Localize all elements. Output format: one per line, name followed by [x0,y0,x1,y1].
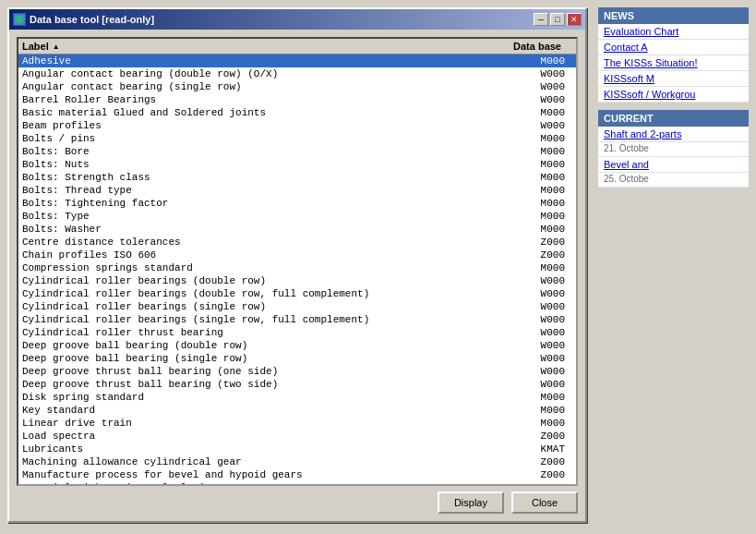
item-label: Beam profiles [22,120,498,131]
news-link[interactable]: KISSsoft M [598,71,749,87]
item-label: Bolts: Washer [22,224,498,235]
list-item[interactable]: Cylindrical roller bearings (double row)… [18,274,576,287]
item-label: Bolts: Bore [22,146,498,157]
display-button[interactable]: Display [438,492,504,514]
list-item[interactable]: Bolts: WasherM000 [18,223,576,236]
item-db: Z000 [498,237,572,248]
item-label: Bolts: Tightening factor [22,198,498,209]
list-item[interactable]: Bolts: BoreM000 [18,145,576,158]
list-item[interactable]: Cylindrical roller bearings (double row,… [18,287,576,300]
item-label: Chain profiles ISO 606 [22,249,498,261]
list-item[interactable]: Barrel Roller BearingsW000 [18,93,576,106]
list-item[interactable]: Load spectraZ000 [18,430,576,443]
list-item[interactable]: Deep groove ball bearing (single row)W00… [18,352,576,365]
list-item[interactable]: Machining allowance cylindrical gearZ000 [18,455,576,468]
item-db: W000 [498,314,572,325]
current-date: 21. Octobe [598,142,749,157]
dialog-window: Data base tool [read-only] ─ □ ✕ Label D… [7,7,587,523]
item-db: M000 [498,405,572,416]
item-db: M000 [498,185,572,196]
news-link[interactable]: The KISSs Situation! [598,55,749,71]
list-item[interactable]: Bolts: Tightening factorM000 [18,197,576,210]
item-label: Deep groove ball bearing (single row) [22,353,498,364]
list-container: Label Data base AdhesiveM000Angular cont… [17,37,578,486]
item-db: M000 [498,262,572,273]
current-link[interactable]: Bevel and [598,157,749,173]
item-label: Deep groove thrust ball bearing (two sid… [22,379,498,390]
item-db: W000 [498,379,572,390]
news-link[interactable]: Contact A [598,40,749,55]
list-item[interactable]: Linear drive trainM000 [18,417,576,430]
list-item[interactable]: Material Disk spring calculationKMAT [18,481,576,484]
list-item[interactable]: Bolts: NutsM000 [18,158,576,171]
current-date: 25. Octobe [598,173,749,188]
list-item[interactable]: Angular contact bearing (double row) (O/… [18,67,576,80]
item-label: Machining allowance cylindrical gear [22,456,498,467]
list-item[interactable]: Deep groove ball bearing (double row)W00… [18,339,576,352]
close-window-button[interactable]: ✕ [567,13,582,26]
list-body[interactable]: AdhesiveM000Angular contact bearing (dou… [18,55,576,484]
list-item[interactable]: Bolts: Strength classM000 [18,171,576,184]
list-item[interactable]: Bolts: Thread typeM000 [18,184,576,197]
title-bar: Data base tool [read-only] ─ □ ✕ [9,9,585,30]
item-db: W000 [498,94,572,105]
list-item[interactable]: Beam profilesW000 [18,119,576,132]
news-link[interactable]: KISSsoft / Workgrou [598,87,749,103]
item-db: W000 [498,327,572,338]
app-icon [13,13,26,26]
item-label: Angular contact bearing (single row) [22,81,498,92]
list-header: Label Data base [18,39,576,55]
item-label: Cylindrical roller bearings (single row) [22,301,498,312]
list-item[interactable]: Key standardM000 [18,404,576,417]
list-item[interactable]: Deep groove thrust ball bearing (two sid… [18,378,576,391]
item-label: Linear drive train [22,418,498,429]
minimize-button[interactable]: ─ [534,13,548,26]
list-item[interactable]: Angular contact bearing (single row)W000 [18,80,576,93]
list-item[interactable]: Disk spring standardM000 [18,391,576,404]
close-button[interactable]: Close [511,492,578,514]
item-db: Z000 [498,249,572,261]
column-label-header: Label [22,41,498,52]
item-db: Z000 [498,431,572,442]
right-sidebar: NEWS Evaluation ChartContact AThe KISSs … [598,7,749,523]
list-item[interactable]: Manufacture process for bevel and hypoid… [18,468,576,481]
item-db: Z000 [498,456,572,467]
current-items-container: Shaft and 2-parts21. OctobeBevel and25. … [598,127,749,188]
item-label: Material Disk spring calculation [22,482,498,484]
item-label: Compression springs standard [22,262,498,273]
item-label: Disk spring standard [22,392,498,403]
item-label: Bolts: Nuts [22,159,498,170]
window-title: Data base tool [read-only] [30,14,154,25]
news-items-container: Evaluation ChartContact AThe KISSs Situa… [598,24,749,103]
current-link[interactable]: Shaft and 2-parts [598,127,749,142]
list-item[interactable]: Cylindrical roller thrust bearingW000 [18,326,576,339]
item-db: W000 [498,366,572,377]
list-item[interactable]: Cylindrical roller bearings (single row)… [18,300,576,313]
list-item[interactable]: Bolts / pinsM000 [18,132,576,145]
list-item[interactable]: Deep groove thrust ball bearing (one sid… [18,365,576,378]
title-bar-left: Data base tool [read-only] [13,13,154,26]
item-db: M000 [498,146,572,157]
item-db: M000 [498,133,572,144]
list-item[interactable]: LubricantsKMAT [18,443,576,455]
item-db: W000 [498,353,572,364]
list-item[interactable]: Compression springs standardM000 [18,261,576,274]
restore-button[interactable]: □ [550,13,565,26]
list-item[interactable]: Cylindrical roller bearings (single row,… [18,313,576,326]
list-item[interactable]: Basic material Glued and Soldered joints… [18,106,576,119]
item-db: M000 [498,224,572,235]
list-item[interactable]: Bolts: TypeM000 [18,210,576,223]
item-label: Barrel Roller Bearings [22,94,498,105]
list-item[interactable]: Chain profiles ISO 606Z000 [18,249,576,261]
list-item[interactable]: AdhesiveM000 [18,55,576,67]
item-label: Manufacture process for bevel and hypoid… [22,469,498,480]
item-db: M000 [498,107,572,118]
item-db: M000 [498,55,572,67]
item-label: Load spectra [22,431,498,442]
item-db: W000 [498,275,572,286]
news-link[interactable]: Evaluation Chart [598,24,749,40]
list-item[interactable]: Centre distance tolerancesZ000 [18,236,576,249]
item-label: Bolts: Thread type [22,185,498,196]
news-header: NEWS [598,7,749,24]
item-db: M000 [498,159,572,170]
